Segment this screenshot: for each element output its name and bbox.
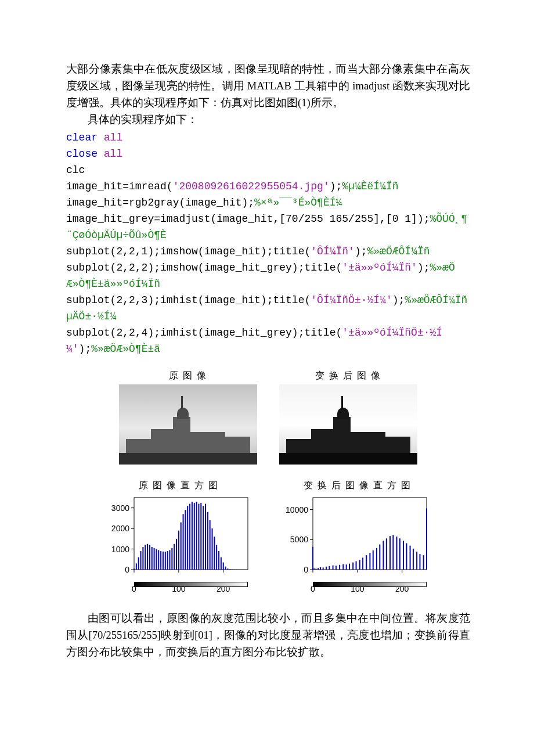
- svg-text:2000: 2000: [111, 524, 129, 533]
- svg-text:1000: 1000: [111, 545, 129, 554]
- code-str: 'Ô­Í¼ÏñÖ±·½Í¼': [311, 294, 392, 306]
- code-text: subplot(2,2,2);imshow(image_hit_grey);ti…: [66, 262, 342, 273]
- code-text: );: [79, 343, 92, 355]
- code-text: );: [392, 294, 405, 306]
- code-text: image_hit=rgb2gray(image_hit);: [66, 197, 254, 208]
- code-text: subplot(2,2,1);imshow(image_hit);title(: [66, 246, 311, 257]
- subplot-title-1: 原 图 像: [169, 370, 207, 382]
- code-comment: %×ª»¯¯³É»Ò¶ÈÍ¼: [254, 197, 342, 208]
- svg-text:10000: 10000: [286, 505, 308, 514]
- svg-rect-0: [134, 498, 248, 570]
- histogram-transformed: 05000100000100200: [279, 494, 436, 593]
- code-text: subplot(2,2,3);imhist(image_hit);title(: [66, 294, 311, 306]
- figure-grid: 原 图 像 变 换 后 图 像 原 图 像 直 方 图: [66, 370, 470, 593]
- code-text: );: [330, 181, 342, 192]
- subplot-title-2: 变 换 后 图 像: [315, 370, 381, 382]
- histogram-original: 01000200030000100200: [100, 494, 257, 593]
- original-image: [119, 384, 257, 465]
- svg-text:5000: 5000: [290, 535, 308, 544]
- paragraph-intro: 大部分像素集中在低灰度级区域，图像呈现暗的特性，而当大部分像素集中在高灰度级区域…: [66, 61, 470, 111]
- code-str: all: [104, 148, 122, 160]
- code-comment: %»æÖÆÔ­Í¼Ïñ: [367, 246, 430, 257]
- code-text: image_hit=imread(: [66, 181, 173, 192]
- code-kw: clear: [66, 132, 104, 143]
- code-text: );: [417, 262, 430, 273]
- code-str: '±ä»»ºóÍ¼Ïñ': [342, 262, 417, 273]
- svg-text:0: 0: [304, 565, 308, 574]
- code-str: all: [104, 132, 122, 143]
- code-kw: close: [66, 148, 104, 160]
- code-str: 'Ô­Í¼Ïñ': [311, 246, 355, 257]
- paragraph-conclusion: 由图可以看出，原图像的灰度范围比较小，而且多集中在中间位置。将灰度范围从[70/…: [66, 610, 470, 661]
- gradient-bar-icon: [313, 582, 427, 587]
- paragraph-lead: 具体的实现程序如下：: [66, 111, 470, 128]
- svg-text:0: 0: [125, 565, 129, 574]
- transformed-image: [279, 384, 417, 465]
- code-str: '2008092616022955054.jpg': [173, 181, 330, 192]
- code-block: clear all close all clc image_hit=imread…: [66, 129, 470, 357]
- code-text: image_hit_grey=imadjust(image_hit,[70/25…: [66, 213, 430, 225]
- code-comment: %µ¼ÈëÍ¼Ïñ: [342, 181, 398, 192]
- subplot-title-4: 变 换 后 图 像 直 方 图: [304, 480, 412, 492]
- subplot-title-3: 原 图 像 直 方 图: [139, 480, 219, 492]
- svg-text:3000: 3000: [111, 503, 129, 513]
- gradient-bar-icon: [134, 582, 248, 587]
- code-text: );: [355, 246, 367, 257]
- code-text: subplot(2,2,4);imhist(image_hit_grey);ti…: [66, 327, 342, 339]
- code-text: clc: [66, 162, 470, 178]
- code-comment: %»æÖÆ»Ò¶È±ä: [91, 343, 160, 355]
